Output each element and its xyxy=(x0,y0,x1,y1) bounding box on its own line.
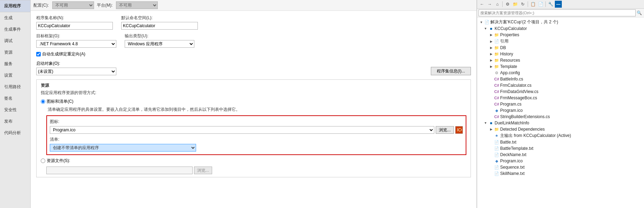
tree-resources-folder[interactable]: ▶ 📁 Resources xyxy=(477,57,644,63)
icon-browse-button[interactable]: 浏览... xyxy=(436,126,454,134)
sidebar-item-resources[interactable]: 资源 xyxy=(0,47,30,58)
references-label: 引用 xyxy=(500,38,509,44)
settings-button[interactable]: 🔧 xyxy=(547,1,554,8)
output-type-select[interactable]: Windows 应用程序 xyxy=(125,40,194,48)
back-button[interactable]: ← xyxy=(479,1,486,8)
sidebar-item-debug[interactable]: 调试 xyxy=(0,35,30,47)
tree-sequence-txt[interactable]: 📄 Sequence.txt xyxy=(477,164,644,170)
sidebar-item-application[interactable]: 应用程序 xyxy=(0,0,30,12)
tree-battleinfo-cs[interactable]: C# BattleInfo.cs xyxy=(477,76,644,82)
paste-button[interactable]: 📄 xyxy=(537,1,544,8)
search-icon[interactable]: 🔍 xyxy=(636,9,643,16)
tree-solution[interactable]: ▼ 📄 解决方案'KCCup'(2 个项目，共 2 个) xyxy=(477,19,644,25)
history-toggle[interactable]: ▶ xyxy=(488,51,494,57)
db-toggle[interactable]: ▶ xyxy=(488,45,494,51)
default-namespace-label: 默认命名空间(L): xyxy=(121,15,198,21)
template-folder-label: Template xyxy=(500,64,517,69)
tree-program-cs[interactable]: C# Program.cs xyxy=(477,101,644,107)
sidebar-item-build-events[interactable]: 生成事件 xyxy=(0,24,30,35)
detected-deps-toggle[interactable]: ▶ xyxy=(488,126,494,132)
tree-properties[interactable]: ▶ 📁 Properties xyxy=(477,32,644,38)
frmcalculator-cs-label: FrmCalculator.cs xyxy=(500,83,532,88)
main-content: 配置(C): 不可用 平台(M): 不可用 程序集名称(N): 默认命名空间(L… xyxy=(31,0,477,208)
config-icon: ⚙ xyxy=(494,70,499,76)
platform-select[interactable]: 不可用 xyxy=(116,1,158,9)
search-input[interactable] xyxy=(479,9,636,16)
template-folder-icon: 📁 xyxy=(494,64,499,69)
forward-button[interactable]: → xyxy=(486,1,493,8)
kcc-project-toggle[interactable]: ▼ xyxy=(483,26,488,31)
platform-label: 平台(M): xyxy=(97,2,112,8)
separator-1 xyxy=(502,1,503,7)
tree-program-ico-duel[interactable]: ◆ Program.ico xyxy=(477,158,644,164)
tree-references[interactable]: ▶ 📄 引用 xyxy=(477,38,644,45)
tree-frmcalculator-cs[interactable]: C# FrmCalculator.cs xyxy=(477,82,644,88)
resources-folder-toggle[interactable]: ▶ xyxy=(488,57,494,63)
tree-skillname-txt[interactable]: 📄 SkillName.txt xyxy=(477,170,644,177)
icon-label: 图标: xyxy=(50,119,463,125)
tree-history[interactable]: ▶ 📁 History xyxy=(477,51,644,57)
tree-battle-txt[interactable]: 📄 Battle.txt xyxy=(477,139,644,145)
tree-db[interactable]: ▶ 📁 DB xyxy=(477,45,644,51)
battletemplate-txt-label: BattleTemplate.txt xyxy=(500,146,533,151)
properties-button[interactable]: ⚙ xyxy=(504,1,511,8)
assembly-name-input[interactable] xyxy=(36,22,113,30)
resources-folder-label: Resources xyxy=(500,58,520,63)
properties-toggle[interactable]: ▶ xyxy=(488,32,494,38)
tree-deckname-txt[interactable]: 📄 DeckName.txt xyxy=(477,152,644,158)
resource-file-radio[interactable] xyxy=(41,159,45,163)
tree-project-kcc[interactable]: ▼ ■ KCCupCalculator xyxy=(477,25,644,32)
tree-template-folder[interactable]: ▶ 📁 Template xyxy=(477,63,644,70)
show-all-files-button[interactable]: 📁 xyxy=(512,1,519,8)
cs-icon-battleinfo: C# xyxy=(494,76,499,82)
sidebar-item-signing[interactable]: 签名 xyxy=(0,93,30,104)
copy-button[interactable]: 📋 xyxy=(529,1,536,8)
tree-app-config[interactable]: ⚙ App.config xyxy=(477,70,644,76)
startup-select[interactable]: (未设置) xyxy=(36,68,116,75)
program-cs-label: Program.cs xyxy=(500,102,521,107)
references-toggle[interactable]: ▶ xyxy=(488,39,494,44)
tree-detected-deps[interactable]: ▶ 📁 Detected Dependencies xyxy=(477,126,644,132)
refresh-button[interactable]: ↻ xyxy=(519,1,526,8)
close-button[interactable]: — xyxy=(555,1,562,8)
sidebar-item-reference-paths[interactable]: 引用路径 xyxy=(0,81,30,93)
template-folder-toggle[interactable]: ▶ xyxy=(488,64,494,69)
frmdatagridview-cs-label: FrmDataGridView.cs xyxy=(500,89,538,94)
tree-project-duel[interactable]: ▼ ■ DuelLinkMatchInfo xyxy=(477,120,644,126)
config-select[interactable]: 不可用 xyxy=(52,1,94,9)
tree-main-output[interactable]: ★ 主输出 from KCCupCalculator (Active) xyxy=(477,132,644,139)
auto-redirect-checkbox[interactable] xyxy=(36,52,41,56)
solution-toggle[interactable]: ▼ xyxy=(479,20,484,25)
sidebar-item-code-analysis[interactable]: 代码分析 xyxy=(0,127,30,139)
sidebar-item-services[interactable]: 服务 xyxy=(0,58,30,70)
resource-file-browse-button[interactable]: 浏览... xyxy=(194,167,212,174)
target-framework-label: 目标框架(G): xyxy=(36,33,116,39)
txt-icon-battle: 📄 xyxy=(494,139,499,145)
sidebar-item-security[interactable]: 安全性 xyxy=(0,104,30,116)
tree-frmdatagridview-cs[interactable]: C# FrmDataGridView.cs xyxy=(477,88,644,95)
program-ico-duel-label: Program.ico xyxy=(500,159,523,163)
target-framework-select[interactable]: .NET Framework 4.8 xyxy=(36,40,116,48)
sidebar-item-publish[interactable]: 发布 xyxy=(0,116,30,127)
resource-file-input[interactable] xyxy=(46,167,193,174)
tree-battletemplate-txt[interactable]: 📄 BattleTemplate.txt xyxy=(477,145,644,152)
folder-icon: 📁 xyxy=(494,32,499,38)
tree-stringbuilder-cs[interactable]: C# StringBuilderExtensions.cs xyxy=(477,114,644,120)
assembly-info-button[interactable]: 程序集信息(I)... xyxy=(431,67,471,75)
resources-section: 资源 指定应用程序资源的管理方式: 图标和清单(C) 清单确定应用程序的具体设置… xyxy=(36,79,471,177)
solution-explorer-panel: ← → ⌂ ⚙ 📁 ↻ 📋 📄 🔧 — 🔍 ▼ 📄 解决方案'KCCup'(2 … xyxy=(477,0,644,208)
references-icon: 📄 xyxy=(494,39,499,44)
tree-program-ico[interactable]: ◆ Program.ico xyxy=(477,107,644,114)
auto-redirect-label: 自动生成绑定重定向(A) xyxy=(42,51,85,57)
project-icon: ■ xyxy=(488,26,494,31)
sidebar-item-build[interactable]: 生成 xyxy=(0,12,30,24)
home-button[interactable]: ⌂ xyxy=(494,1,501,8)
tree-frmmessagebox-cs[interactable]: C# FrmMessageBox.cs xyxy=(477,95,644,101)
duel-project-toggle[interactable]: ▼ xyxy=(483,120,488,126)
history-folder-icon: 📁 xyxy=(494,51,499,57)
icon-manifest-radio[interactable] xyxy=(41,99,45,104)
icon-select[interactable]: Program.ico xyxy=(50,126,434,134)
sidebar-item-settings[interactable]: 设置 xyxy=(0,70,30,81)
default-namespace-input[interactable] xyxy=(121,22,198,30)
manifest-select[interactable]: 创建不带清单的应用程序 xyxy=(50,144,196,152)
